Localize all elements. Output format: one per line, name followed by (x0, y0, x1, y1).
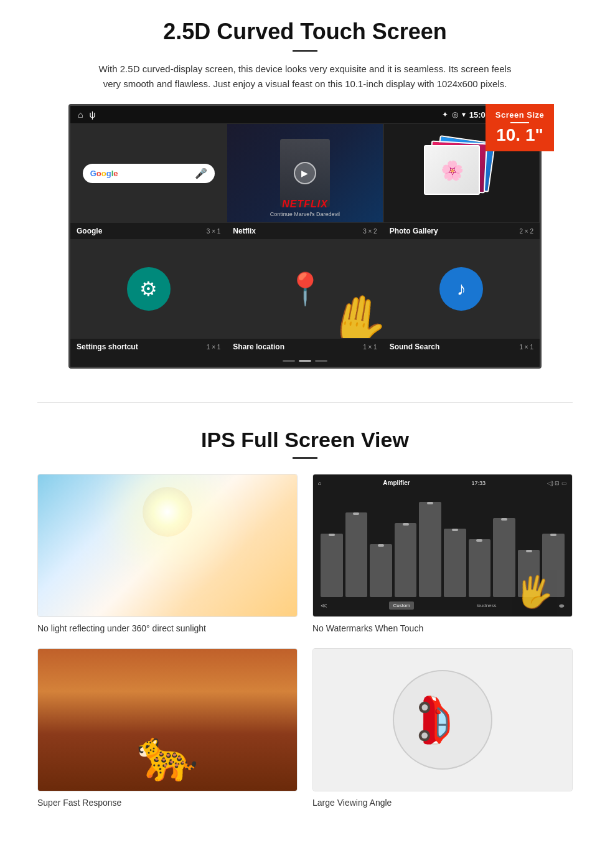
share-location-cell[interactable]: 📍 🤚 (227, 239, 383, 339)
usb-icon: ψ (89, 110, 95, 120)
google-grid-size: 3 × 1 (207, 228, 221, 235)
google-search-bar[interactable]: Google 🎤 (83, 164, 215, 183)
netflix-logo: NETFLIX (233, 199, 376, 210)
car-caption: Large Viewing Angle (312, 798, 573, 808)
status-bar-left: ⌂ ψ (78, 110, 95, 120)
car-circle: 🚗 (393, 670, 492, 770)
cheetah-bg: 🐆 (38, 649, 297, 791)
amp-home-icon: ⌂ (318, 480, 321, 486)
android-screen: ⌂ ψ ✦ ◎ ▾ 15:06 ⊡ ◁) ⊠ ▭ (68, 104, 542, 369)
eq-bar-7 (469, 539, 491, 598)
eq-bar-4 (395, 523, 417, 597)
curved-title: 2.5D Curved Touch Screen (37, 19, 573, 45)
app-labels-row1: Google 3 × 1 Netflix 3 × 2 Photo Gallery… (70, 223, 540, 239)
car-image: 🚗 (312, 648, 573, 791)
google-app-cell[interactable]: Google 🎤 (70, 123, 227, 223)
amp-title: Amplifier (383, 479, 410, 486)
settings-label: Settings shortcut (77, 342, 138, 351)
netflix-label-cell: Netflix 3 × 2 (227, 223, 383, 239)
screen-size-badge: Screen Size 10. 1" (486, 104, 554, 151)
feature-car: 🚗 Large Viewing Angle (312, 648, 573, 808)
dot-2 (299, 360, 311, 362)
gallery-label: Photo Gallery (390, 227, 438, 235)
feature-grid: No light reflecting under 360° direct su… (37, 474, 573, 808)
sunlight-caption: No light reflecting under 360° direct su… (37, 623, 298, 633)
ips-title: IPS Full Screen View (37, 428, 573, 452)
eq-bar-1 (321, 534, 343, 597)
google-label-cell: Google 3 × 1 (70, 223, 227, 239)
device-mockup: Screen Size 10. 1" ⌂ ψ ✦ ◎ ▾ 15:06 ⊡ ◁) (68, 104, 542, 369)
netflix-label: Netflix (233, 227, 256, 235)
sound-label: Sound Search (390, 342, 440, 351)
location-icon: ◎ (452, 110, 458, 119)
settings-icon-wrapper: ⚙ (127, 267, 171, 311)
section-divider (37, 402, 573, 403)
feature-watermark: ⌂ Amplifier 17:33 ◁) ⊡ ▭ (312, 474, 573, 633)
amplifier-image: ⌂ Amplifier 17:33 ◁) ⊡ ▭ (312, 474, 573, 617)
play-button[interactable]: ▶ (294, 162, 316, 184)
gallery-label-cell: Photo Gallery 2 × 2 (383, 223, 540, 239)
settings-grid-size: 1 × 1 (207, 344, 221, 351)
app-grid-row2: ⚙ 📍 🤚 ♪ (70, 239, 540, 339)
cheetah-caption: Super Fast Response (37, 798, 298, 808)
feature-sunlight: No light reflecting under 360° direct su… (37, 474, 298, 633)
car-icon: 🚗 (417, 693, 468, 747)
gear-icon: ⚙ (139, 277, 157, 301)
google-label: Google (77, 227, 102, 235)
sound-icon-wrapper: ♪ (439, 267, 483, 311)
status-bar: ⌂ ψ ✦ ◎ ▾ 15:06 ⊡ ◁) ⊠ ▭ (70, 106, 540, 123)
custom-button[interactable]: Custom (389, 601, 414, 610)
eq-bar-3 (370, 544, 392, 597)
music-note-icon: ♪ (457, 278, 466, 300)
maps-icon: 📍 (286, 271, 324, 307)
sound-label-cell: Sound Search 1 × 1 (383, 339, 540, 355)
hand-pointing-icon: 🤚 (322, 287, 383, 339)
eq-bar-6 (444, 529, 466, 598)
home-icon: ⌂ (78, 110, 83, 120)
sound-search-cell[interactable]: ♪ (383, 239, 540, 339)
sunlight-bg (38, 474, 297, 616)
app-labels-row2: Settings shortcut 1 × 1 Share location 1… (70, 339, 540, 355)
dot-1 (283, 360, 295, 362)
sound-grid-size: 1 × 1 (519, 344, 533, 351)
curved-description: With 2.5D curved-display screen, this de… (93, 62, 517, 92)
netflix-overlay: NETFLIX Continue Marvel's Daredevil (227, 194, 382, 222)
dot-3 (315, 360, 327, 362)
eq-bar-5 (419, 502, 441, 597)
share-grid-size: 1 × 1 (363, 344, 377, 351)
badge-line (510, 122, 529, 123)
watermark-caption: No Watermarks When Touch (312, 623, 573, 633)
amp-prev-icon: ≪ (321, 602, 327, 609)
curved-section: 2.5D Curved Touch Screen With 2.5D curve… (0, 0, 610, 384)
loudness-toggle[interactable]: ⬬ (559, 602, 565, 610)
settings-label-cell: Settings shortcut 1 × 1 (70, 339, 227, 355)
title-underline-2 (293, 457, 317, 459)
pagination-dots (70, 355, 540, 367)
sun-glow (143, 487, 192, 537)
amp-time: 17:33 (472, 480, 486, 486)
amp-icons: ◁) ⊡ ▭ (547, 480, 567, 486)
share-label-cell: Share location 1 × 1 (227, 339, 383, 355)
badge-label: Screen Size (494, 110, 545, 120)
wifi-icon: ▾ (462, 110, 466, 119)
gallery-grid-size: 2 × 2 (519, 228, 533, 235)
flower-icon: 🌸 (425, 146, 479, 194)
hand-touch-icon: 🖐 (512, 571, 556, 613)
feature-cheetah: 🐆 Super Fast Response (37, 648, 298, 808)
cheetah-image: 🐆 (37, 648, 298, 791)
badge-size: 10. 1" (494, 126, 545, 145)
eq-bar-8 (493, 518, 515, 598)
sunlight-image (37, 474, 298, 617)
netflix-grid-size: 3 × 2 (363, 228, 377, 235)
settings-app-cell[interactable]: ⚙ (70, 239, 227, 339)
amplifier-header: ⌂ Amplifier 17:33 ◁) ⊡ ▭ (318, 479, 567, 486)
loudness-label: loudness (477, 603, 497, 608)
cheetah-icon: 🐆 (136, 726, 199, 785)
netflix-app-cell[interactable]: ▶ NETFLIX Continue Marvel's Daredevil (227, 123, 383, 223)
car-bg: 🚗 (313, 649, 572, 791)
microphone-icon: 🎤 (195, 167, 207, 179)
app-grid-row1: Google 🎤 ▶ NETFLIX Continue Marvel's Dar… (70, 123, 540, 223)
ips-section: IPS Full Screen View No light reflecting… (0, 422, 610, 820)
gallery-card-front: 🌸 (424, 145, 480, 195)
netflix-subtitle: Continue Marvel's Daredevil (233, 211, 376, 217)
